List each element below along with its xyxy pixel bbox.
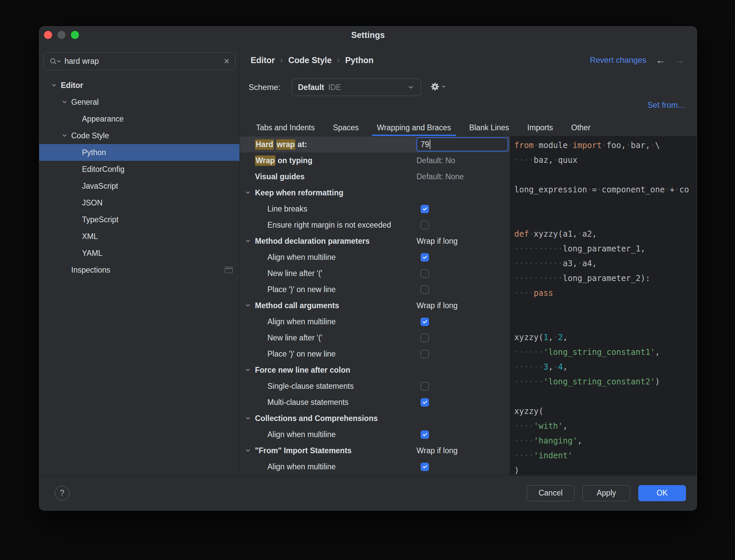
tree-expand-chevron[interactable] xyxy=(51,82,57,89)
code-line: long_expression·=·component_one·+·co xyxy=(514,182,697,197)
setting-row-hard-wrap-at[interactable]: Hard wrap at:79 xyxy=(240,136,510,152)
checkbox-align-when-multiline[interactable] xyxy=(421,430,429,439)
close-button[interactable] xyxy=(44,31,52,39)
checkbox-new-line-after[interactable] xyxy=(421,334,429,342)
scheme-label: Scheme: xyxy=(249,83,292,92)
setting-value-method-declaration-parameters[interactable]: Wrap if long xyxy=(417,237,458,246)
help-button[interactable]: ? xyxy=(55,486,70,501)
sidebar-item-editor[interactable]: Editor xyxy=(39,77,240,94)
breadcrumb-separator: › xyxy=(280,55,283,65)
group-expand-chevron[interactable] xyxy=(245,415,251,422)
checkbox-multi-clause-statements[interactable] xyxy=(421,398,429,407)
setting-row-place-on-new-line[interactable]: Place ')' on new line xyxy=(240,281,510,297)
sidebar-item-label: Appearance xyxy=(82,114,124,124)
forward-arrow-icon[interactable]: → xyxy=(675,55,685,65)
setting-value-wrap-on-typing[interactable]: Default: No xyxy=(417,156,455,165)
setting-row-multi-clause-statements[interactable]: Multi-clause statements xyxy=(240,394,510,410)
code-line xyxy=(514,300,697,315)
tree-expand-chevron[interactable] xyxy=(61,99,68,105)
search-input[interactable] xyxy=(64,57,220,66)
setting-row-force-new-line-after-colon[interactable]: Force new line after colon xyxy=(240,362,510,378)
setting-row-keep-when-reformatting[interactable]: Keep when reformatting xyxy=(240,185,510,201)
checkbox-align-when-multiline[interactable] xyxy=(421,318,429,326)
revert-changes-link[interactable]: Revert changes xyxy=(590,55,646,65)
sidebar-item-code-style[interactable]: Code Style xyxy=(39,127,240,144)
footer: ? Cancel Apply OK xyxy=(39,475,697,510)
setting-value-method-call-arguments[interactable]: Wrap if long xyxy=(417,301,458,310)
minimize-button[interactable] xyxy=(57,31,66,39)
setting-row-single-clause-statements[interactable]: Single-clause statements xyxy=(240,378,510,394)
checkbox-place-on-new-line[interactable] xyxy=(421,285,429,294)
tab-tabs-and-indents[interactable]: Tabs and Indents xyxy=(249,119,321,136)
chevron-down-icon xyxy=(245,415,251,422)
setting-row-method-declaration-parameters[interactable]: Method declaration parametersWrap if lon… xyxy=(240,233,510,249)
setting-row-line-breaks[interactable]: Line breaks xyxy=(240,201,510,217)
setting-value-visual-guides[interactable]: Default: None xyxy=(417,172,464,181)
setting-row-method-call-arguments[interactable]: Method call argumentsWrap if long xyxy=(240,297,510,314)
tab-spaces[interactable]: Spaces xyxy=(326,119,365,136)
settings-search-field[interactable]: ✕ xyxy=(43,52,235,70)
sidebar-item-appearance[interactable]: Appearance xyxy=(39,110,240,127)
tab-wrapping-and-braces[interactable]: Wrapping and Braces xyxy=(370,119,458,136)
sidebar-item-javascript[interactable]: JavaScript xyxy=(39,178,240,194)
setting-row-align-when-multiline[interactable]: Align when multiline xyxy=(240,426,510,442)
setting-row-place-on-new-line[interactable]: Place ')' on new line xyxy=(240,346,510,362)
checkbox-single-clause-statements[interactable] xyxy=(421,382,429,390)
setting-row-visual-guides[interactable]: Visual guidesDefault: None xyxy=(240,169,510,185)
sidebar-item-yaml[interactable]: YAML xyxy=(39,245,240,262)
group-expand-chevron[interactable] xyxy=(245,189,251,196)
setting-row-align-when-multiline[interactable]: Align when multiline xyxy=(240,314,510,330)
sidebar-item-inspections[interactable]: Inspections xyxy=(39,262,240,278)
checkbox-ensure-right-margin-is-not-exceeded[interactable] xyxy=(421,221,429,229)
breadcrumb-item-editor[interactable]: Editor xyxy=(251,55,275,65)
checkbox-align-when-multiline[interactable] xyxy=(421,253,429,262)
cancel-button[interactable]: Cancel xyxy=(527,485,574,501)
hard-wrap-value-field[interactable]: 79 xyxy=(417,137,508,151)
code-line: ····'hanging', xyxy=(514,433,697,448)
sidebar-item-label: Code Style xyxy=(71,131,109,140)
set-from-link[interactable]: Set from... xyxy=(647,100,685,110)
sidebar-item-label: Inspections xyxy=(71,266,110,275)
setting-label: Ensure right margin is not exceeded xyxy=(240,221,391,230)
setting-row-from-import-statements[interactable]: "From" Import StatementsWrap if long xyxy=(240,442,510,459)
group-expand-chevron[interactable] xyxy=(245,238,251,244)
ok-button[interactable]: OK xyxy=(638,485,686,501)
sidebar-item-json[interactable]: JSON xyxy=(39,194,240,211)
titlebar[interactable]: Settings xyxy=(39,27,697,43)
tree-expand-chevron[interactable] xyxy=(61,132,68,139)
scheme-actions-button[interactable] xyxy=(430,82,446,93)
setting-row-collections-and-comprehensions[interactable]: Collections and Comprehensions xyxy=(240,410,510,426)
sidebar-item-typescript[interactable]: TypeScript xyxy=(39,211,240,228)
setting-row-align-when-multiline[interactable]: Align when multiline xyxy=(240,249,510,265)
back-arrow-icon[interactable]: ← xyxy=(656,55,665,65)
checkbox-align-when-multiline[interactable] xyxy=(421,463,429,471)
sidebar-item-editorconfig[interactable]: EditorConfig xyxy=(39,161,240,178)
apply-button[interactable]: Apply xyxy=(582,485,630,501)
checkbox-line-breaks[interactable] xyxy=(421,205,429,213)
setting-row-align-when-multiline[interactable]: Align when multiline xyxy=(240,459,510,475)
group-expand-chevron[interactable] xyxy=(245,302,251,309)
breadcrumb-item-code-style[interactable]: Code Style xyxy=(288,55,332,65)
setting-row-new-line-after[interactable]: New line after '(' xyxy=(240,330,510,346)
group-expand-chevron[interactable] xyxy=(245,367,251,373)
checkbox-place-on-new-line[interactable] xyxy=(421,350,429,358)
checkbox-new-line-after[interactable] xyxy=(421,269,429,278)
inspections-panel-icon[interactable] xyxy=(225,267,233,273)
sidebar-item-general[interactable]: General xyxy=(39,94,240,110)
group-expand-chevron[interactable] xyxy=(245,447,251,454)
setting-value-from-import-statements[interactable]: Wrap if long xyxy=(417,446,458,455)
clear-search-icon[interactable]: ✕ xyxy=(224,58,230,65)
zoom-button[interactable] xyxy=(71,31,79,39)
breadcrumb-item-python[interactable]: Python xyxy=(345,55,374,65)
setting-row-new-line-after[interactable]: New line after '(' xyxy=(240,265,510,281)
sidebar-item-python[interactable]: Python xyxy=(39,144,240,161)
setting-row-ensure-right-margin-is-not-exceeded[interactable]: Ensure right margin is not exceeded xyxy=(240,217,510,233)
tab-other[interactable]: Other xyxy=(564,119,597,136)
sidebar-item-label: YAML xyxy=(82,249,102,258)
chevron-down-icon xyxy=(51,82,57,89)
setting-row-wrap-on-typing[interactable]: Wrap on typingDefault: No xyxy=(240,152,510,169)
scheme-dropdown[interactable]: Default IDE xyxy=(292,79,421,96)
tab-blank-lines[interactable]: Blank Lines xyxy=(463,119,516,136)
sidebar-item-xml[interactable]: XML xyxy=(39,228,240,245)
tab-imports[interactable]: Imports xyxy=(521,119,560,136)
